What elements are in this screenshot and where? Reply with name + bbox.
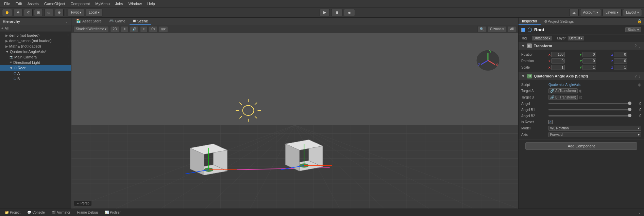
layout-btn[interactable]: Layout ▾ [623,9,642,16]
account-btn[interactable]: Account ▾ [580,9,601,16]
menu-gameobject[interactable]: GameObject [41,0,68,7]
menu-mymenu[interactable]: MyMenu [92,0,112,7]
tab-scene[interactable]: ⊞ Scene [130,18,151,25]
add-component-button[interactable]: Add Component [525,142,637,150]
angel-slider-bar[interactable] [548,103,631,104]
angel-b2-slider-bar[interactable] [548,115,631,116]
hierarchy-options-btn[interactable]: ⋮ [65,19,68,23]
transform-info-btn[interactable]: ? [634,44,637,48]
position-x-input[interactable] [551,52,565,57]
expand-icon-quaternion: ▼ [5,50,9,54]
position-y-input[interactable] [582,52,596,57]
rotation-z-input[interactable] [614,58,627,64]
is-reset-checkbox[interactable] [548,120,553,124]
hierarchy-item-more3[interactable]: ⋮ [66,44,70,48]
grid-toggle-btn[interactable]: ⊞▾ [159,26,168,32]
target-a-pick-btn[interactable]: ◎ [579,89,582,93]
model-dropdown[interactable]: WL Rotation ▾ [548,126,641,131]
hierarchy-item-b[interactable]: ⬡ B [0,76,71,82]
move-tool-btn[interactable]: ✥ [14,9,22,16]
hierarchy-item-more2[interactable]: ⋮ [66,39,70,43]
tab-console[interactable]: 💬 Console [25,211,47,214]
bottom-bar-options[interactable]: ⋮ [638,210,641,215]
transform-component-header[interactable]: ▼ ⊞ Transform ? ⋮ [519,42,644,50]
fx-toggle-btn[interactable]: ✦ [140,26,148,32]
script-ref-value[interactable]: QuaternionAngleAxis [548,83,580,87]
hierarchy-item-demo[interactable]: ▶ demo (not loaded) ⋮ [0,33,71,38]
tab-frame-debug[interactable]: Frame Debug [75,211,100,214]
tab-inspector[interactable]: Inspector [519,18,541,25]
menu-component[interactable]: Component [68,0,92,7]
angel-slider-thumb[interactable] [628,102,631,105]
hierarchy-item-more4[interactable]: ⋮ [66,50,70,54]
scale-tool-btn[interactable]: ⊞ [34,9,43,16]
tab-project[interactable]: 📁 Project [3,211,22,214]
menu-jobs[interactable]: Jobs [113,0,126,7]
hierarchy-add-btn[interactable]: + [1,26,3,30]
hierarchy-item-quaternion[interactable]: ▼ QuaternionAngleAxis* ⋮ [0,49,71,54]
rotation-y-input[interactable] [582,58,596,64]
layers-scene-btn[interactable]: 0▾ [149,26,157,32]
target-b-pick-btn[interactable]: ◎ [579,95,582,100]
all-scene-btn[interactable]: All [508,26,516,32]
cloud-btn[interactable]: ☁ [569,9,579,16]
local-btn[interactable]: Local ▾ [86,9,102,16]
layer-dropdown[interactable]: Default ▾ [567,36,584,41]
hierarchy-item-dir-light[interactable]: ☀ Directional Light [0,60,71,65]
tag-dropdown[interactable]: Untagged ▾ [532,36,552,41]
scene-options-btn[interactable]: ⋮ [513,19,517,23]
position-z-input[interactable] [614,52,627,57]
scene-search-btn[interactable]: 🔍 [477,26,486,32]
scale-z-input[interactable] [614,65,627,70]
light-toggle-btn[interactable]: ☀ [121,26,129,32]
object-active-checkbox[interactable] [521,28,525,32]
hierarchy-item-main-camera[interactable]: 📷 Main Camera [0,54,71,60]
target-b-value[interactable]: 🔗 B (Transform) [548,95,578,100]
scene-view[interactable]: Y X Z ← Persp [71,33,518,209]
angel-b1-slider-bar[interactable] [548,109,631,110]
shading-mode-btn[interactable]: Shaded Wireframe ▾ [73,26,109,32]
static-badge[interactable]: Static ▾ [625,27,641,32]
gizmos-btn[interactable]: Gizmos ▾ [488,26,506,32]
scale-y-input[interactable] [582,65,596,70]
script-more-btn[interactable]: ⋮ [638,74,641,78]
tab-game[interactable]: 🎮 Game [106,18,129,25]
menu-edit[interactable]: Edit [13,0,25,7]
transform-tool-btn[interactable]: ⊕ [55,9,64,16]
tab-profiler[interactable]: 📊 Profiler [103,211,123,214]
hierarchy-item-mathe[interactable]: ▶ MathE (not loaded) ⋮ [0,43,71,49]
layers-btn[interactable]: Layers ▾ [603,9,622,16]
hand-tool-btn[interactable]: ✋ [2,9,12,16]
angel-b1-slider-thumb[interactable] [628,108,631,111]
rotate-tool-btn[interactable]: ↺ [24,9,33,16]
axis-dropdown[interactable]: Forward ▾ [548,132,641,137]
2d-toggle-btn[interactable]: 2D [110,26,119,32]
step-button[interactable]: ⏭ [344,9,355,16]
tab-asset-store[interactable]: 🏪 Asset Store [73,18,105,25]
scale-x-input[interactable] [551,65,565,70]
pivot-btn[interactable]: Pivot ▾ [68,9,84,16]
menu-window[interactable]: Window [126,0,145,7]
menu-assets[interactable]: Assets [25,0,41,7]
object-name[interactable]: Root [534,27,544,32]
angel-b2-slider-thumb[interactable] [628,114,631,117]
menu-file[interactable]: File [1,0,13,7]
transform-more-btn[interactable]: ⋮ [638,44,641,48]
target-a-value[interactable]: 🔗 A (Transform) [548,88,578,93]
play-button[interactable]: ▶ [320,9,330,16]
tab-animator[interactable]: 🎬 Animator [50,211,72,214]
tab-project-settings[interactable]: ⚙ Project Settings [541,18,577,25]
script-info-btn[interactable]: ? [634,74,637,78]
rect-tool-btn[interactable]: ▭ [44,9,53,16]
pause-button[interactable]: ⏸ [331,9,342,16]
audio-toggle-btn[interactable]: 🔊 [130,26,139,32]
script-component-header[interactable]: ▼ C# Quaternion Angle Axis (Script) ? ⋮ [519,72,644,80]
hierarchy-item-more[interactable]: ⋮ [66,34,70,37]
inspector-lock-btn[interactable]: 🔒 [635,18,644,25]
hierarchy-item-demo-simon[interactable]: ▶ demo_simon (not loaded) ⋮ [0,38,71,43]
menu-help[interactable]: Help [145,0,158,7]
hierarchy-item-a[interactable]: ⬡ A [0,71,71,76]
hierarchy-item-root[interactable]: ▼ ⬡ Root [0,65,71,71]
rotation-x-input[interactable] [551,58,565,64]
script-target-btn[interactable]: ◎ [638,83,641,87]
